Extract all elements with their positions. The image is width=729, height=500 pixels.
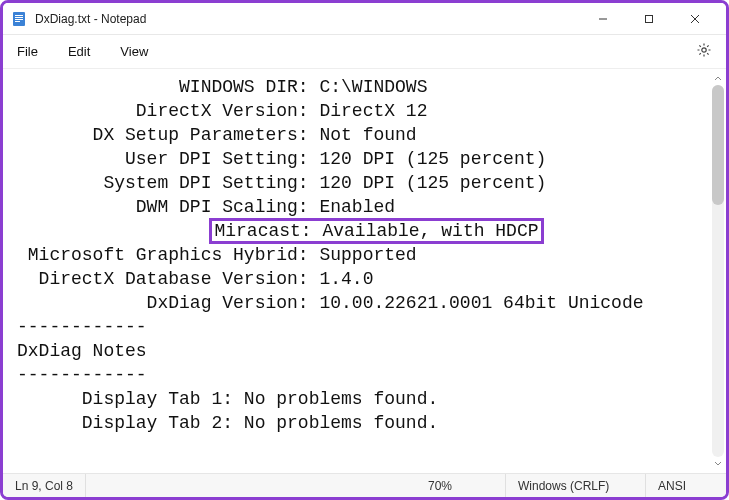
minimize-button[interactable] [580, 4, 626, 34]
text-line: DxDiag Version: 10.00.22621.0001 64bit U… [17, 291, 726, 315]
scroll-up-arrow-icon[interactable] [712, 73, 724, 85]
text-line: User DPI Setting: 120 DPI (125 percent) [17, 147, 726, 171]
svg-point-9 [702, 47, 706, 51]
statusbar: Ln 9, Col 8 70% Windows (CRLF) ANSI [3, 473, 726, 497]
svg-rect-4 [15, 21, 20, 22]
editor-area[interactable]: WINDOWS DIR: C:\WINDOWS DirectX Version:… [3, 69, 726, 473]
text-line: Microsoft Graphics Hybrid: Supported [17, 243, 726, 267]
svg-line-16 [707, 45, 708, 46]
svg-rect-3 [15, 19, 23, 20]
text-line: Display Tab 1: No problems found. [17, 387, 726, 411]
vertical-scrollbar[interactable] [712, 73, 724, 469]
highlight-box: Miracast: Available, with HDCP [209, 218, 543, 244]
svg-line-17 [699, 53, 700, 54]
menubar: File Edit View [3, 35, 726, 69]
text-line: DirectX Database Version: 1.4.0 [17, 267, 726, 291]
text-line: DWM DPI Scaling: Enabled [17, 195, 726, 219]
text-line: Display Tab 2: No problems found. [17, 411, 726, 435]
text-line: DxDiag Notes [17, 339, 726, 363]
text-line: DX Setup Parameters: Not found [17, 123, 726, 147]
menu-view[interactable]: View [116, 38, 152, 65]
text-line: WINDOWS DIR: C:\WINDOWS [17, 75, 726, 99]
menu-edit[interactable]: Edit [64, 38, 94, 65]
svg-rect-2 [15, 17, 23, 18]
menu-file[interactable]: File [13, 38, 42, 65]
gear-icon [696, 42, 712, 58]
scroll-down-arrow-icon[interactable] [712, 457, 724, 469]
text-line: Miracast: Available, with HDCP [17, 219, 726, 243]
window-title: DxDiag.txt - Notepad [35, 12, 146, 26]
svg-line-15 [707, 53, 708, 54]
text-content[interactable]: WINDOWS DIR: C:\WINDOWS DirectX Version:… [3, 71, 726, 435]
maximize-button[interactable] [626, 4, 672, 34]
notepad-icon [11, 11, 27, 27]
titlebar: DxDiag.txt - Notepad [3, 3, 726, 35]
text-line: ------------ [17, 315, 726, 339]
status-zoom[interactable]: 70% [416, 474, 506, 497]
window-controls [580, 4, 718, 34]
svg-line-14 [699, 45, 700, 46]
text-line: DirectX Version: DirectX 12 [17, 99, 726, 123]
settings-button[interactable] [692, 38, 716, 66]
svg-rect-1 [15, 15, 23, 16]
close-button[interactable] [672, 4, 718, 34]
text-line: ------------ [17, 363, 726, 387]
status-position: Ln 9, Col 8 [3, 474, 86, 497]
svg-rect-6 [646, 15, 653, 22]
status-line-ending: Windows (CRLF) [506, 474, 646, 497]
text-line: System DPI Setting: 120 DPI (125 percent… [17, 171, 726, 195]
status-encoding: ANSI [646, 474, 726, 497]
scrollbar-thumb[interactable] [712, 85, 724, 205]
